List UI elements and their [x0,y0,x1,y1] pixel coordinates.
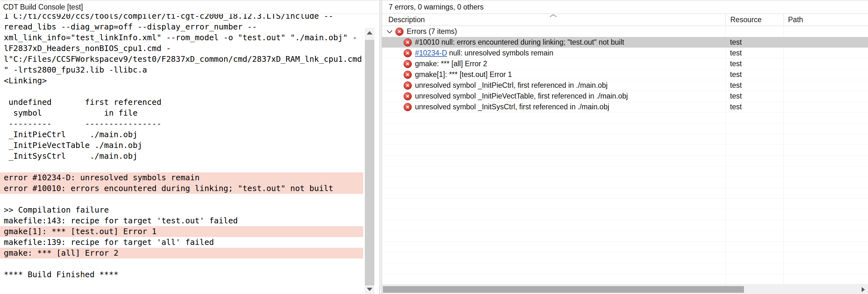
sort-ascending-icon [550,14,557,17]
problem-description: ×unresolved symbol _InitPieCtrl, first r… [382,80,725,90]
scroll-up-icon [367,31,372,35]
empty-row [382,188,868,199]
problem-description: ×unresolved symbol _InitPieVectTable, fi… [382,91,725,101]
problem-path [784,91,868,101]
problem-row[interactable]: ×unresolved symbol _InitSysCtrl, first r… [382,102,868,112]
problem-resource: test [725,59,784,69]
column-header-description[interactable]: Description [382,14,725,26]
error-icon: × [404,38,412,46]
error-icon: × [404,92,412,101]
console-line: symbol in file [0,108,379,118]
empty-row [382,177,868,188]
console-vertical-scrollbar[interactable] [365,28,374,294]
column-header-path[interactable]: Path [784,14,868,26]
scroll-right-icon[interactable] [862,287,865,292]
problem-description: ×unresolved symbol _InitSysCtrl, first r… [382,102,725,112]
empty-row [382,263,868,274]
problem-row[interactable]: ×gmake: *** [all] Error 2test [382,59,868,69]
console-output-area[interactable]: 1 C:/ti/ccs920/ccs/tools/compiler/ti-cgt… [0,14,379,294]
scroll-down-button[interactable] [365,285,374,294]
scroll-up-button[interactable] [365,28,374,37]
error-icon: × [404,103,412,111]
error-icon: × [395,28,404,36]
errors-group-row[interactable]: × Errors (7 items) [382,26,868,37]
problem-path [784,69,868,80]
problem-path [784,102,868,112]
errors-group-resource [725,26,784,37]
problem-description: ×#10010 null: errors encountered during … [382,37,725,47]
console-line: makefile:139: recipe for target 'all' fa… [0,237,379,248]
error-icon: × [404,49,412,57]
error-code-link[interactable]: #10234-D [415,48,447,58]
problem-text: gmake: *** [all] Error 2 [415,59,487,69]
problem-row[interactable]: ×#10234-D null: unresolved symbols remai… [382,48,868,59]
console-line: _InitSysCtrl ./main.obj [0,151,379,161]
problem-row[interactable]: ×#10010 null: errors encountered during … [382,37,868,48]
problem-text: unresolved symbol _InitPieVectTable, fir… [415,91,628,101]
problems-table-body: × Errors (7 items) ×#10010 null: errors … [382,26,868,284]
problems-table-header: Description Resource Path [382,14,868,26]
problem-path [784,59,868,69]
problem-row[interactable]: ×gmake[1]: *** [test.out] Error 1test [382,69,868,80]
column-header-resource[interactable]: Resource [725,14,784,26]
errors-group-description: × Errors (7 items) [382,26,725,37]
problems-summary: 7 errors, 0 warnings, 0 others [382,0,868,14]
problem-resource: test [725,102,784,112]
console-line: >> Compilation failure [0,205,379,215]
empty-row [382,155,868,166]
errors-group-label: Errors (7 items) [407,26,457,37]
empty-row [382,220,868,231]
console-line [0,86,379,97]
problem-resource: test [725,48,784,58]
problem-description: ×gmake: *** [all] Error 2 [382,59,725,69]
horizontal-scrollbar-thumb[interactable] [383,286,744,293]
error-icon: × [404,60,412,68]
column-header-description-label: Description [388,15,425,24]
empty-row [382,134,868,145]
chevron-down-icon[interactable] [386,30,395,34]
console-line: xml_link_info="test_linkInfo.xml" --rom_… [0,32,379,43]
problem-resource: test [725,80,784,90]
problem-row[interactable]: ×unresolved symbol _InitPieVectTable, fi… [382,91,868,102]
problem-description: ×gmake[1]: *** [test.out] Error 1 [382,69,725,80]
console-line: undefined first referenced [0,97,379,108]
problem-text: unresolved symbol _InitSysCtrl, first re… [415,102,609,112]
empty-row [382,166,868,177]
console-line: _InitPieCtrl ./main.obj [0,129,379,140]
empty-row [382,210,868,220]
problems-panel: 7 errors, 0 warnings, 0 others Descripti… [382,0,868,294]
console-line: gmake: *** [all] Error 2 [0,248,363,259]
console-line: --------- ---------------- [0,118,379,129]
console-line: _InitPieVectTable ./main.obj [0,140,379,151]
empty-row [382,199,868,210]
empty-row [382,253,868,263]
console-line: gmake[1]: *** [test.out] Error 1 [0,226,363,237]
console-line: <Linking> [0,75,379,86]
problem-path [784,48,868,58]
empty-row [382,231,868,242]
problems-horizontal-scrollbar[interactable] [382,284,868,294]
problem-resource: test [725,91,784,101]
empty-row [382,274,868,284]
empty-row [382,145,868,155]
problem-text: unresolved symbol _InitPieCtrl, first re… [415,80,608,90]
console-line: **** Build Finished **** [0,269,379,280]
problem-text: #10010 null: errors encountered during l… [415,37,624,47]
console-line: lF2837xD_Headers_nonBIOS_cpu1.cmd - [0,43,379,54]
console-title: CDT Build Console [test] [0,0,379,14]
empty-row [382,242,868,253]
empty-row [382,123,868,134]
problem-path [784,37,868,47]
console-line [0,194,379,205]
problem-row[interactable]: ×unresolved symbol _InitPieCtrl, first r… [382,80,868,91]
console-lines: 1 C:/ti/ccs920/ccs/tools/compiler/ti-cgt… [0,14,379,280]
console-line: 1 C:/ti/ccs920/ccs/tools/compiler/ti-cgt… [0,14,379,22]
problem-path [784,80,868,90]
console-line [0,259,379,269]
problem-text: null: unresolved symbols remain [447,48,553,58]
console-line [0,161,379,172]
problem-text: gmake[1]: *** [test.out] Error 1 [415,69,512,80]
vertical-scrollbar-thumb[interactable] [365,40,374,286]
console-line: makefile:143: recipe for target 'test.ou… [0,215,379,226]
console-line: error #10234-D: unresolved symbols remai… [0,172,363,183]
